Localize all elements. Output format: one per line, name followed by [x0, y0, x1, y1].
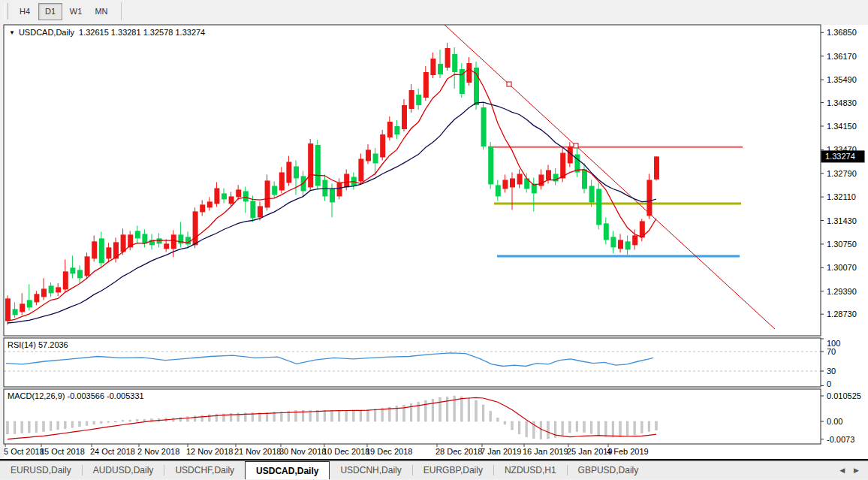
candle [315, 145, 321, 186]
rsi-indicator-label: RSI(14) 57.2036 [8, 340, 68, 349]
tab-USDCHF-Daily[interactable]: USDCHF,Daily [164, 461, 245, 479]
macd-axis-label: 0.00 [827, 417, 842, 426]
macd-histogram-bar [43, 421, 45, 431]
tab-EURGBP-Daily[interactable]: EURGBP,Daily [413, 461, 493, 479]
candle [49, 285, 54, 293]
candle [452, 54, 457, 72]
tab-EURUSD-Daily[interactable]: EURUSD,Daily [0, 461, 82, 479]
macd-histogram-bar [518, 421, 520, 434]
macd-histogram-bar [179, 418, 182, 421]
candle [330, 189, 335, 202]
macd-axis-label: 0.010525 [827, 391, 861, 400]
date-label: 10 Dec 2018 [323, 447, 369, 456]
macd-histogram-bar [35, 421, 38, 433]
candle [654, 156, 659, 179]
macd-histogram-bar [468, 398, 470, 421]
candle [236, 189, 241, 197]
candle [294, 166, 299, 178]
tab-AUDUSD-Daily[interactable]: AUDUSD,Daily [83, 461, 164, 479]
macd-histogram-bar [14, 421, 16, 433]
candle [496, 185, 501, 196]
date-label: 2 Nov 2018 [137, 447, 179, 456]
date-label: 12 Nov 2018 [186, 447, 233, 456]
macd-histogram-bar [345, 411, 348, 421]
chart-legend: ▼USDCAD,Daily 1.32615 1.33281 1.32578 1.… [9, 28, 205, 37]
candle [502, 180, 508, 189]
tab-USDCAD-Daily[interactable]: USDCAD,Daily [245, 461, 330, 479]
candle [135, 231, 140, 238]
tab-GBPUSD-Daily[interactable]: GBPUSD,Daily [568, 461, 649, 479]
candle [366, 149, 371, 161]
candle [625, 241, 631, 249]
candle [618, 240, 623, 249]
macd-histogram-bar [605, 421, 607, 436]
macd-axis-label: -0.0073 [827, 435, 854, 444]
macd-histogram-bar [381, 409, 384, 421]
macd-histogram-bar [374, 409, 376, 421]
macd-histogram-bar [331, 410, 333, 421]
macd-histogram-bar [93, 421, 95, 424]
candle [416, 95, 421, 105]
chart-symbol-dropdown-icon[interactable]: ▼ [9, 29, 15, 36]
trendline-handle[interactable] [574, 143, 578, 148]
candle [596, 189, 601, 225]
rsi-axis-label: 0 [827, 379, 831, 388]
macd-histogram-bar [129, 420, 131, 421]
macd-histogram-bar [482, 405, 484, 421]
macd-histogram-bar [143, 419, 146, 421]
macd-histogram-bar [29, 421, 31, 433]
macd-histogram-bar [309, 410, 312, 421]
candle [430, 59, 436, 75]
candle [85, 256, 90, 276]
tab-scroll-right-icon[interactable]: ▶ [854, 466, 859, 474]
macd-histogram-bar [324, 410, 326, 421]
date-label: 30 Nov 2018 [279, 447, 326, 456]
candle [250, 201, 255, 218]
rsi-current-value: 57.2036 [38, 340, 68, 349]
macd-histogram-bar [71, 421, 74, 427]
macd-histogram-bar [432, 399, 434, 421]
candle [279, 172, 285, 190]
price-axis-label: 1.36170 [827, 52, 857, 61]
candle [164, 243, 169, 249]
candle [380, 134, 385, 157]
price-axis-label: 1.34150 [827, 122, 857, 131]
candle [20, 303, 25, 312]
macd-histogram-bar [504, 421, 506, 424]
date-label: 19 Dec 2018 [366, 447, 412, 456]
date-label: 25 Jan 2019 [567, 447, 613, 456]
trendline-handle[interactable] [507, 82, 511, 86]
macd-histogram-bar [540, 421, 542, 439]
price-axis-label: 1.32790 [827, 169, 857, 178]
candle [193, 211, 198, 245]
candle [308, 143, 313, 187]
macd-histogram-bar [115, 421, 117, 422]
tab-USDCNH-Daily[interactable]: USDCNH,Daily [330, 461, 411, 479]
main-chart-panel [4, 25, 821, 336]
candle [99, 238, 104, 263]
macd-histogram-bar [187, 417, 189, 421]
macd-histogram-bar [389, 407, 391, 421]
macd-indicator-label: MACD(12,26,9) -0.003566 -0.005331 [8, 391, 144, 400]
rsi-name: RSI(14) [8, 340, 36, 349]
date-label: 15 Oct 2018 [40, 447, 85, 456]
macd-histogram-bar [475, 400, 478, 421]
candle [445, 48, 451, 68]
macd-histogram-bar [360, 410, 362, 421]
tab-NZDUSD-H1[interactable]: NZDUSD,H1 [494, 461, 567, 479]
macd-histogram-bar [101, 421, 103, 424]
trading-platform-window: H4D1W1MN 1.368501.361701.354901.348301.3… [0, 0, 868, 480]
candle [207, 201, 212, 207]
date-label: 28 Dec 2018 [436, 447, 482, 456]
macd-histogram-bar [446, 397, 448, 421]
candle [265, 180, 270, 207]
macd-histogram-bar [266, 412, 268, 421]
macd-histogram-bar [569, 421, 571, 433]
candle [582, 169, 587, 189]
candle [409, 90, 414, 109]
price-axis-label: 1.34830 [827, 98, 857, 107]
macd-histogram-bar [21, 421, 23, 433]
candle [272, 186, 277, 195]
tab-scroll-left-icon[interactable]: ◀ [839, 466, 845, 474]
macd-signal-value: -0.005331 [107, 391, 144, 400]
